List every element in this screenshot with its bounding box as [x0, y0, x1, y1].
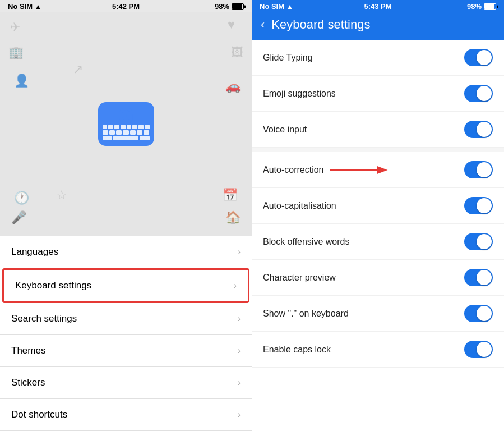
right-time: 5:43 PM: [364, 2, 391, 11]
right-battery-icon: [484, 3, 496, 10]
red-arrow-annotation: [330, 159, 397, 181]
g-logo: G: [118, 106, 133, 126]
setting-auto-capitalisation-label: Auto-capitalisation: [263, 201, 336, 211]
kb-key: [116, 130, 122, 135]
block-offensive-words-toggle[interactable]: [464, 233, 493, 250]
setting-glide-typing: Glide Typing: [252, 40, 504, 76]
left-battery-icon: [232, 3, 244, 10]
map-icon-clock: 🕐: [14, 191, 29, 205]
show-dot-keyboard-toggle[interactable]: [464, 305, 493, 322]
left-carrier: No SIM: [8, 2, 33, 11]
right-status-bar: No SIM ▲ 5:43 PM 98%: [252, 0, 504, 12]
menu-item-search-settings[interactable]: Search settings ›: [0, 303, 252, 335]
kb-key: [132, 125, 137, 129]
map-icon-image: 🖼: [231, 45, 243, 60]
menu-item-languages[interactable]: Languages ›: [0, 236, 252, 268]
kb-key: [137, 130, 142, 135]
kb-key: [140, 136, 150, 140]
menu-item-keyboard-settings[interactable]: Keyboard settings ›: [2, 268, 249, 303]
setting-show-dot-keyboard-label: Show "." on keyboard: [263, 309, 349, 319]
auto-correction-toggle[interactable]: [464, 161, 493, 178]
left-wifi-icon: ▲: [35, 3, 41, 11]
menu-item-stickers-label: Stickers: [11, 377, 45, 388]
menu-item-keyboard-settings-label: Keyboard settings: [15, 280, 91, 291]
menu-item-dot-shortcuts[interactable]: Dot shortcuts ›: [0, 399, 252, 431]
setting-character-preview: Character preview: [252, 260, 504, 296]
setting-block-offensive-words: Block offensive words: [252, 224, 504, 260]
right-panel: No SIM ▲ 5:43 PM 98% ‹ Keyboard settings…: [252, 0, 504, 431]
left-battery-pct: 98%: [215, 2, 229, 11]
chevron-right-icon: ›: [238, 346, 241, 356]
setting-enable-caps-lock: Enable caps lock: [252, 332, 504, 368]
setting-show-dot-keyboard: Show "." on keyboard: [252, 296, 504, 332]
menu-item-themes-label: Themes: [11, 345, 45, 356]
setting-auto-correction: Auto-correction: [252, 152, 504, 188]
right-battery-group: 98%: [467, 2, 496, 11]
right-battery-pct: 98%: [467, 2, 482, 11]
menu-item-search-settings-label: Search settings: [11, 313, 77, 324]
setting-voice-input: Voice input: [252, 112, 504, 148]
enable-caps-lock-toggle[interactable]: [464, 341, 493, 358]
voice-input-toggle[interactable]: [464, 121, 493, 138]
header-title: Keyboard settings: [271, 17, 370, 32]
keyboard-graphic: [103, 125, 150, 141]
kb-key: [108, 125, 113, 129]
setting-block-offensive-words-label: Block offensive words: [263, 237, 349, 247]
right-carrier: No SIM: [260, 2, 284, 11]
map-icon-bookmark: ♥: [228, 17, 235, 32]
kb-key: [138, 125, 144, 129]
setting-enable-caps-lock-label: Enable caps lock: [263, 345, 331, 355]
right-wifi-icon: ▲: [286, 3, 293, 11]
map-icon-plane: ✈: [10, 20, 20, 35]
kb-key: [130, 130, 136, 135]
back-button[interactable]: ‹: [261, 17, 265, 32]
map-icon-car: 🚗: [225, 79, 241, 94]
kb-space-key: [113, 136, 138, 140]
chevron-right-icon: ›: [238, 314, 241, 324]
left-time: 5:42 PM: [112, 2, 140, 11]
map-icon-home: 🏠: [225, 210, 241, 225]
map-icon-person: 👤: [14, 74, 29, 88]
map-icon-building: 🏢: [8, 45, 24, 60]
settings-list: Glide Typing Emoji suggestions Voice inp…: [252, 40, 504, 431]
gboard-logo: G: [98, 102, 154, 146]
kb-key: [103, 125, 108, 129]
map-icon-star: ☆: [56, 188, 67, 203]
character-preview-toggle[interactable]: [464, 269, 493, 286]
auto-capitalisation-toggle[interactable]: [464, 197, 493, 214]
kb-key: [109, 130, 115, 135]
menu-item-dot-shortcuts-label: Dot shortcuts: [11, 409, 67, 420]
chevron-right-icon: ›: [234, 281, 237, 291]
setting-auto-correction-label: Auto-correction: [263, 165, 324, 175]
keyboard-settings-header: ‹ Keyboard settings: [252, 12, 504, 40]
glide-typing-toggle[interactable]: [464, 49, 493, 66]
chevron-right-icon: ›: [238, 410, 241, 420]
kb-key: [123, 130, 128, 135]
setting-auto-capitalisation: Auto-capitalisation: [252, 188, 504, 224]
kb-key: [103, 136, 113, 140]
kb-key: [121, 125, 126, 129]
section-separator: [252, 148, 504, 152]
kb-key: [127, 125, 132, 129]
kb-key: [103, 130, 108, 135]
setting-voice-input-label: Voice input: [263, 125, 307, 135]
chevron-right-icon: ›: [238, 247, 241, 257]
menu-item-themes[interactable]: Themes ›: [0, 335, 252, 367]
setting-glide-typing-label: Glide Typing: [263, 53, 313, 63]
chevron-right-icon: ›: [238, 378, 241, 388]
right-carrier-group: No SIM ▲: [260, 2, 293, 11]
left-battery-group: 98%: [215, 2, 244, 11]
kb-key: [114, 125, 119, 129]
left-carrier-group: No SIM ▲: [8, 2, 41, 11]
map-area: ✈ ♥ 🖼 🏢 🚗 🎤 📅 🏠 👤 🕐 ☆ ↗ G: [0, 12, 252, 236]
kb-key: [144, 130, 149, 135]
map-icon-calendar: 📅: [223, 188, 238, 203]
left-panel: No SIM ▲ 5:42 PM 98% ✈ ♥ 🖼 🏢 🚗 🎤 📅 🏠 👤 🕐…: [0, 0, 252, 431]
menu-item-stickers[interactable]: Stickers ›: [0, 367, 252, 399]
setting-character-preview-label: Character preview: [263, 273, 336, 283]
menu-item-languages-label: Languages: [11, 246, 58, 258]
kb-key: [145, 125, 150, 129]
setting-emoji-suggestions-label: Emoji suggestions: [263, 89, 336, 99]
emoji-suggestions-toggle[interactable]: [464, 85, 493, 102]
map-icon-mic: 🎤: [11, 210, 26, 225]
